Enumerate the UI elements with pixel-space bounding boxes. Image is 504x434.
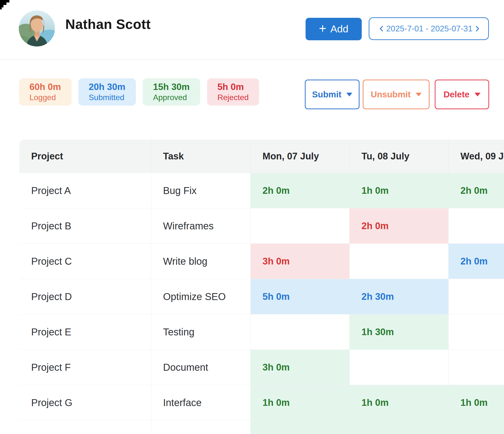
column-header-task: Task (151, 140, 251, 173)
date-range-label: 2025-7-01 - 2025-07-31 (386, 24, 473, 33)
delete-button[interactable]: Delete (435, 80, 489, 109)
time-entry: 3h 0m (263, 362, 290, 373)
add-button[interactable]: + Add (306, 18, 362, 40)
day-cell[interactable] (251, 208, 350, 243)
day-cell[interactable]: 1h 0m (350, 420, 449, 434)
table-row: Project G Interface 1h 0m 1h 0m 1h 0m (19, 385, 504, 420)
badge-value: 15h 30m (153, 81, 190, 93)
day-cell[interactable]: 1h 0m (350, 173, 449, 208)
badge-label: Approved (153, 93, 190, 103)
table-row: Project B Wireframes 2h 0m (19, 208, 504, 244)
project-cell: Project G (19, 385, 151, 420)
table-row: Project E Testing 1h 30m (19, 314, 504, 350)
day-cell[interactable]: 2h 30m (350, 279, 449, 314)
task-cell: Optimize SEO (151, 279, 251, 314)
time-entry: 1h 0m (460, 433, 488, 434)
time-entry: 1h 0m (361, 185, 389, 196)
time-entry: 1h 0m (460, 397, 488, 408)
project-cell: Project C (19, 244, 151, 279)
task-cell: Wireframes (151, 208, 251, 243)
project-cell: Project D (19, 279, 151, 314)
badge-value: 5h 0m (217, 81, 249, 93)
day-cell[interactable]: 1h 0m (350, 385, 449, 420)
day-cell[interactable] (350, 350, 449, 385)
badge-value: 20h 30m (89, 81, 125, 93)
task-cell: Write blog (151, 244, 251, 279)
day-cell[interactable] (449, 350, 504, 385)
time-entry: 1h 0m (361, 397, 389, 408)
time-entry: 1h 30m (361, 327, 394, 337)
chevron-left-icon (378, 25, 385, 32)
day-cell[interactable]: 3h 0m (251, 244, 350, 279)
time-entry: 2h 30m (361, 291, 394, 302)
table-header-row: Project Task Mon, 07 July Tu, 08 July We… (19, 140, 504, 173)
day-cell[interactable]: 1h 0m (251, 385, 350, 420)
day-cell[interactable]: 2h 0m (350, 208, 449, 243)
day-cell[interactable] (350, 244, 449, 279)
table-row: Project H Testing 1h 0m 1h 0m 1h 0m (19, 420, 504, 434)
delete-button-label: Delete (443, 89, 469, 99)
column-header-day-1: Mon, 07 July (251, 140, 350, 173)
day-cell[interactable]: 3h 0m (251, 350, 350, 385)
task-cell: Interface (151, 385, 251, 420)
add-button-label: Add (330, 23, 348, 35)
avatar (19, 10, 55, 46)
time-entry: 2h 0m (263, 185, 290, 196)
time-entry: 1h 0m (263, 397, 290, 408)
day-cell[interactable]: 5h 0m (251, 279, 350, 314)
task-cell: Testing (151, 420, 251, 434)
day-cell[interactable] (251, 314, 350, 349)
time-entry: 1h 0m (263, 433, 290, 434)
caret-down-icon (346, 93, 352, 96)
time-entry: 5h 0m (263, 291, 290, 302)
project-cell: Project B (19, 208, 151, 243)
avatar-illustration (19, 10, 55, 46)
day-cell[interactable]: 2h 0m (449, 173, 504, 208)
day-cell[interactable] (449, 208, 504, 243)
next-period-button[interactable] (473, 24, 482, 33)
unsubmit-button-label: Unsubmit (371, 89, 410, 99)
page-title-user-name: Nathan Scott (65, 15, 151, 33)
project-cell: Project E (19, 314, 151, 349)
project-cell: Project H (19, 420, 151, 434)
header-divider (0, 59, 504, 60)
caret-down-icon (416, 93, 422, 96)
table-row: Project A Bug Fix 2h 0m 1h 0m 2h 0m (19, 173, 504, 208)
chevron-right-icon (474, 25, 481, 32)
task-cell: Testing (151, 314, 251, 349)
day-cell[interactable]: 1h 0m (449, 420, 504, 434)
column-header-project: Project (19, 140, 151, 173)
table-row: Project F Document 3h 0m (19, 350, 504, 385)
column-header-day-2: Tu, 08 July (350, 140, 449, 173)
badge-logged: 60h 0m Logged (19, 78, 72, 106)
previous-period-button[interactable] (377, 24, 386, 33)
summary-badges: 60h 0m Logged 20h 30m Submitted 15h 30m … (19, 78, 259, 106)
task-cell: Bug Fix (151, 173, 251, 208)
submit-button[interactable]: Submit (305, 80, 360, 109)
day-cell[interactable]: 2h 0m (449, 244, 504, 279)
badge-label: Submitted (89, 93, 125, 103)
day-cell[interactable]: 2h 0m (251, 173, 350, 208)
time-entry: 2h 0m (460, 185, 488, 196)
day-cell[interactable] (449, 279, 504, 314)
day-cell[interactable] (449, 314, 504, 349)
badge-approved: 15h 30m Approved (143, 78, 200, 106)
date-range-picker[interactable]: 2025-7-01 - 2025-07-31 (369, 17, 489, 40)
table-row: Project C Write blog 3h 0m 2h 0m (19, 244, 504, 279)
day-cell[interactable]: 1h 0m (449, 385, 504, 420)
badge-submitted: 20h 30m Submitted (78, 78, 136, 106)
unsubmit-button[interactable]: Unsubmit (363, 80, 430, 109)
table-row: Project D Optimize SEO 5h 0m 2h 30m (19, 279, 504, 314)
badge-rejected: 5h 0m Rejected (207, 78, 259, 106)
submit-button-label: Submit (312, 89, 341, 99)
badge-label: Rejected (217, 93, 249, 103)
task-cell: Document (151, 350, 251, 385)
day-cell[interactable]: 1h 0m (251, 420, 350, 434)
project-cell: Project A (19, 173, 151, 208)
time-entry: 1h 0m (361, 433, 389, 434)
time-entry: 2h 0m (460, 256, 488, 267)
day-cell[interactable]: 1h 30m (350, 314, 449, 349)
corner-artifact-top-left (0, 0, 10, 10)
column-header-day-3: Wed, 09 July (449, 140, 504, 173)
time-entry: 3h 0m (263, 256, 290, 267)
